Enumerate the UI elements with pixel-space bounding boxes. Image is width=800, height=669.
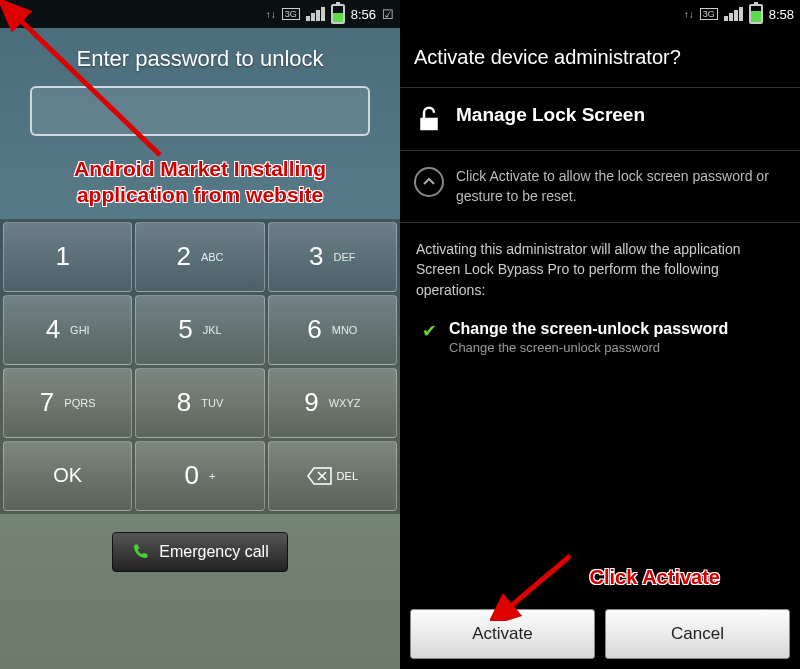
app-section-header: Manage Lock Screen (400, 94, 800, 144)
battery-icon (331, 4, 345, 24)
hint-row: Click Activate to allow the lock screen … (400, 157, 800, 216)
red-arrow-icon (0, 0, 170, 165)
permission-subtitle: Change the screen-unlock password (449, 340, 728, 355)
emergency-call-button[interactable]: Emergency call (112, 532, 287, 572)
key-5[interactable]: 5JKL (135, 295, 264, 365)
network-badge: 3G (282, 8, 300, 20)
description-text: Activating this administrator will allow… (400, 229, 800, 310)
network-badge: 3G (700, 8, 718, 20)
lockscreen-phone: ↑↓ 3G 8:56 ☑ Enter password to unlock An… (0, 0, 400, 669)
divider (400, 87, 800, 88)
key-6[interactable]: 6MNO (268, 295, 397, 365)
annotation-text: Click Activate (590, 566, 720, 589)
key-del[interactable]: DEL (268, 441, 397, 511)
chevron-up-icon (423, 176, 435, 188)
page-title: Activate device administrator? (400, 28, 800, 81)
permission-title: Change the screen-unlock password (449, 320, 728, 338)
red-arrow-icon (490, 551, 580, 621)
key-1[interactable]: 1 (3, 222, 132, 292)
status-bar: ↑↓ 3G 8:58 (400, 0, 800, 28)
collapse-button[interactable] (414, 167, 444, 197)
key-3[interactable]: 3DEF (268, 222, 397, 292)
section-title: Manage Lock Screen (456, 104, 645, 126)
permission-row: ✔ Change the screen-unlock password Chan… (400, 310, 800, 365)
cancel-button[interactable]: Cancel (605, 609, 790, 659)
checkbox-icon: ☑ (382, 7, 394, 22)
data-arrows-icon: ↑↓ (684, 9, 694, 20)
svg-line-0 (15, 15, 160, 155)
key-4[interactable]: 4GHI (3, 295, 132, 365)
data-arrows-icon: ↑↓ (266, 9, 276, 20)
backspace-icon (307, 467, 333, 485)
key-0[interactable]: 0+ (135, 441, 264, 511)
phone-icon (131, 543, 149, 561)
check-icon: ✔ (422, 320, 437, 342)
key-ok[interactable]: OK (3, 441, 132, 511)
svg-line-1 (505, 556, 570, 611)
button-row: Activate Cancel (400, 599, 800, 669)
lock-open-icon (414, 104, 444, 134)
signal-icon (306, 7, 325, 21)
admin-phone: ↑↓ 3G 8:58 Activate device administrator… (400, 0, 800, 669)
hint-text: Click Activate to allow the lock screen … (456, 167, 786, 206)
signal-icon (724, 7, 743, 21)
key-7[interactable]: 7PQRS (3, 368, 132, 438)
divider (400, 150, 800, 151)
emergency-label: Emergency call (159, 543, 268, 561)
divider (400, 222, 800, 223)
clock: 8:58 (769, 7, 794, 22)
keypad: 1 2ABC 3DEF 4GHI 5JKL 6MNO 7PQRS 8TUV 9W… (0, 219, 400, 514)
key-2[interactable]: 2ABC (135, 222, 264, 292)
clock: 8:56 (351, 7, 376, 22)
annotation-line: application from website (0, 182, 400, 208)
key-8[interactable]: 8TUV (135, 368, 264, 438)
key-9[interactable]: 9WXYZ (268, 368, 397, 438)
battery-charging-icon (749, 4, 763, 24)
